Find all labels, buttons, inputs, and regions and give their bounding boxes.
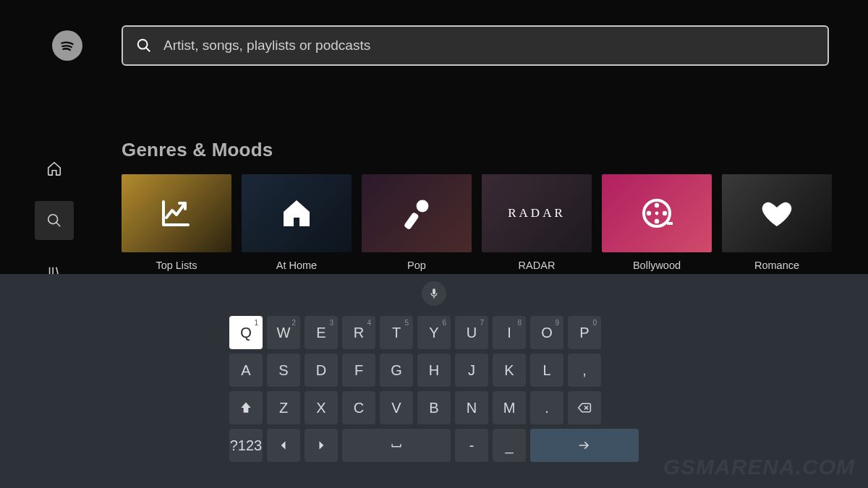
heart-icon bbox=[760, 196, 794, 231]
key-n[interactable]: N bbox=[455, 391, 488, 424]
tile-thumb bbox=[722, 174, 832, 252]
voice-input-button[interactable] bbox=[422, 281, 446, 306]
genre-tile-at-home[interactable]: At Home bbox=[242, 174, 352, 271]
genre-tile-top-lists[interactable]: Top Lists bbox=[122, 174, 231, 271]
space-icon bbox=[389, 438, 404, 453]
key-dash[interactable]: - bbox=[455, 429, 488, 462]
radar-text-icon: RADAR bbox=[508, 206, 566, 221]
search-icon bbox=[46, 213, 62, 228]
key-numbers[interactable]: ?123 bbox=[229, 429, 263, 462]
genre-tile-bollywood[interactable]: Bollywood bbox=[602, 174, 712, 271]
key-x[interactable]: X bbox=[305, 391, 338, 424]
shift-icon bbox=[239, 401, 253, 415]
key-c[interactable]: C bbox=[342, 391, 375, 424]
key-q[interactable]: Q1 bbox=[229, 316, 263, 349]
chart-up-icon bbox=[159, 196, 194, 231]
genre-tile-romance[interactable]: Romance bbox=[722, 174, 832, 271]
backspace-icon bbox=[577, 401, 592, 415]
home-icon bbox=[279, 196, 314, 231]
key-right[interactable] bbox=[305, 429, 338, 462]
key-y[interactable]: Y6 bbox=[417, 316, 451, 349]
key-enter[interactable] bbox=[530, 429, 639, 462]
brand-logo bbox=[52, 30, 82, 61]
genre-tile-radar[interactable]: RADAR RADAR bbox=[482, 174, 592, 271]
microphone-icon bbox=[399, 196, 434, 231]
key-,[interactable]: , bbox=[568, 354, 601, 387]
key-shift[interactable] bbox=[229, 391, 263, 424]
tile-label: Top Lists bbox=[156, 260, 197, 271]
tile-thumb bbox=[122, 174, 231, 252]
search-placeholder: Artist, songs, playlists or podcasts bbox=[163, 38, 370, 53]
tile-label: Pop bbox=[407, 260, 426, 271]
key-l[interactable]: L bbox=[530, 354, 563, 387]
key-.[interactable]: . bbox=[530, 391, 563, 424]
tile-label: RADAR bbox=[519, 260, 556, 271]
key-m[interactable]: M bbox=[493, 391, 526, 424]
arrow-right-icon bbox=[577, 438, 592, 453]
key-p[interactable]: P0 bbox=[568, 316, 601, 349]
caret-left-icon bbox=[276, 438, 291, 453]
key-h[interactable]: H bbox=[417, 354, 451, 387]
key-k[interactable]: K bbox=[493, 354, 526, 387]
key-space[interactable] bbox=[342, 429, 451, 462]
svg-point-1 bbox=[138, 40, 148, 49]
key-g[interactable]: G bbox=[380, 354, 413, 387]
tile-thumb bbox=[242, 174, 352, 252]
key-s[interactable]: S bbox=[267, 354, 300, 387]
key-b[interactable]: B bbox=[417, 391, 451, 424]
genres-section: Genres & Moods Top Lists At Home Pop bbox=[122, 139, 868, 271]
key-o[interactable]: O9 bbox=[530, 316, 563, 349]
film-reel-icon bbox=[639, 196, 674, 231]
spotify-icon bbox=[58, 36, 77, 55]
home-icon bbox=[46, 160, 62, 176]
svg-point-12 bbox=[655, 219, 659, 223]
key-u[interactable]: U7 bbox=[455, 316, 488, 349]
svg-rect-9 bbox=[404, 212, 420, 230]
nav-home[interactable] bbox=[35, 149, 74, 188]
key-d[interactable]: D bbox=[305, 354, 338, 387]
svg-point-11 bbox=[655, 203, 659, 207]
key-backspace[interactable] bbox=[568, 391, 601, 424]
key-v[interactable]: V bbox=[380, 391, 413, 424]
key-underscore[interactable]: _ bbox=[493, 429, 526, 462]
tile-thumb bbox=[362, 174, 472, 252]
key-w[interactable]: W2 bbox=[267, 316, 300, 349]
svg-point-3 bbox=[48, 215, 58, 224]
key-t[interactable]: T5 bbox=[380, 316, 413, 349]
svg-line-4 bbox=[56, 223, 61, 227]
side-nav bbox=[35, 149, 74, 292]
search-icon bbox=[136, 38, 152, 53]
svg-point-8 bbox=[417, 200, 429, 213]
key-j[interactable]: J bbox=[455, 354, 488, 387]
tile-label: At Home bbox=[276, 260, 317, 271]
key-a[interactable]: A bbox=[229, 354, 263, 387]
svg-line-2 bbox=[146, 48, 150, 51]
genre-tiles-row: Top Lists At Home Pop RADAR RADAR bbox=[122, 174, 868, 271]
tile-thumb bbox=[602, 174, 712, 252]
tile-label: Romance bbox=[754, 260, 799, 271]
tile-thumb: RADAR bbox=[482, 174, 592, 252]
key-z[interactable]: Z bbox=[267, 391, 300, 424]
svg-point-13 bbox=[647, 211, 651, 215]
search-input[interactable]: Artist, songs, playlists or podcasts bbox=[122, 25, 829, 66]
tile-label: Bollywood bbox=[633, 260, 681, 271]
watermark: GSMARENA.COM bbox=[663, 455, 855, 479]
svg-point-14 bbox=[663, 211, 667, 215]
key-f[interactable]: F bbox=[342, 354, 375, 387]
key-e[interactable]: E3 bbox=[305, 316, 338, 349]
key-r[interactable]: R4 bbox=[342, 316, 375, 349]
section-title: Genres & Moods bbox=[122, 139, 868, 161]
microphone-icon bbox=[428, 288, 440, 299]
caret-right-icon bbox=[314, 438, 328, 453]
genre-tile-pop[interactable]: Pop bbox=[362, 174, 472, 271]
key-left[interactable] bbox=[267, 429, 300, 462]
nav-search[interactable] bbox=[35, 201, 74, 240]
key-i[interactable]: I8 bbox=[493, 316, 526, 349]
svg-point-15 bbox=[655, 212, 659, 215]
